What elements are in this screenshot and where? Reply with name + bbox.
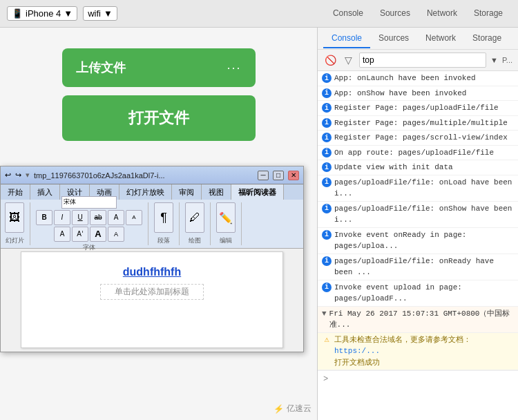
word-canvas: dudhfhfhfh 单击此处添加副标题	[21, 251, 283, 348]
word-ribbon: 开始 插入 设计 动画 幻灯片放映 审阅 视图 福昕阅读器 🖼	[1, 184, 303, 249]
strikethrough-icon[interactable]: ab	[90, 210, 106, 225]
log-entry: i pages/uploadFile/file: onLoad have bee…	[318, 175, 518, 202]
dt-tab-sources[interactable]: Sources	[370, 29, 417, 48]
log-text: App: onLaunch have been invoked	[334, 73, 514, 84]
filter-input[interactable]	[359, 52, 486, 68]
slide-icon[interactable]: 🖼	[5, 202, 24, 233]
edit-icon[interactable]: ✏️	[216, 202, 236, 233]
font-label: 字体	[83, 243, 95, 252]
log-text: pages/uploadFile/file: onShow have been …	[334, 203, 514, 226]
font-style-row: B I U ab A A	[36, 210, 142, 225]
log-text: Invoke event onReady in page: pages/uplo…	[334, 229, 514, 252]
devtools-tabs: Console Sources Network Storage	[325, 4, 511, 23]
log-text: pages/uploadFile/file: onReady have been…	[334, 256, 514, 278]
tab-sources[interactable]: Sources	[372, 4, 419, 23]
log-timestamp-text: Fri May 26 2017 15:07:31 GMT+0800（中国标准..…	[329, 308, 514, 331]
info-icon: i	[322, 283, 332, 292]
paragraph-icon[interactable]: ¶	[154, 202, 173, 233]
ribbon-tab-home[interactable]: 开始	[1, 184, 30, 200]
info-icon: i	[322, 162, 332, 172]
close-button[interactable]: ✕	[288, 171, 299, 180]
ribbon-tab-slideshow[interactable]: 幻灯片放映	[119, 184, 172, 200]
underline-icon[interactable]: U	[72, 210, 88, 225]
info-icon: i	[322, 118, 332, 128]
info-icon: i	[322, 204, 332, 213]
upload-card: 上传文件 ···	[62, 48, 256, 87]
log-entry: i pages/uploadFile/file: onShow have bee…	[318, 202, 518, 228]
word-doc-subtitle[interactable]: 单击此处添加副标题	[100, 284, 204, 300]
word-title-text: tmp_1197663701o6zAJs2aa1kaDl7-i...	[34, 171, 253, 180]
log-entry: i Register Page: pages/scroll-view/index	[318, 131, 518, 146]
log-text: Register Page: pages/multiple/multiple	[334, 117, 514, 129]
log-entry: i App: onShow have been invoked	[318, 86, 518, 102]
info-icon: i	[322, 133, 332, 142]
main-content: 上传文件 ··· 打开文件 ↩ ↪ ▾ tmp_1197663701o6zAJs…	[0, 28, 518, 420]
open-file-button[interactable]: 打开文件	[62, 95, 256, 141]
draw-icon[interactable]: 🖊	[185, 202, 204, 233]
draw-label: 绘图	[189, 236, 201, 245]
warn-link[interactable]: https:/...	[334, 347, 380, 355]
expand-icon[interactable]: ▼	[322, 308, 327, 320]
log-text: Register Page: pages/uploadFile/file	[334, 102, 514, 114]
log-entry: i Invoke event onReady in page: pages/up…	[318, 228, 518, 254]
devtools-header: Console Sources Network Storage 🚫 ▽ ▼ P.…	[318, 28, 518, 71]
font-size-small[interactable]: A	[126, 210, 142, 225]
warn-message: 工具未检查合法域名，更多请参考文档：	[334, 336, 471, 344]
undo-icon[interactable]: ↩	[5, 171, 11, 180]
para-icon-row: ¶	[154, 202, 173, 233]
wifi-chevron: ▼	[104, 8, 113, 19]
filter-extra: P...	[502, 56, 512, 64]
device-label: iPhone 4	[26, 8, 61, 19]
log-entry: i Update view with init data	[318, 160, 518, 175]
tab-network[interactable]: Network	[419, 4, 466, 23]
edit-label: 编辑	[220, 236, 232, 245]
info-icon: i	[322, 148, 332, 158]
maximize-button[interactable]: □	[273, 171, 284, 180]
redo-icon[interactable]: ↪	[15, 171, 21, 180]
upload-dots: ···	[227, 61, 241, 75]
phone-app: 上传文件 ··· 打开文件	[0, 28, 317, 155]
tab-storage[interactable]: Storage	[466, 4, 511, 23]
log-entry: i App: onLaunch have been invoked	[318, 71, 518, 86]
ribbon-tab-view[interactable]: 视图	[202, 184, 231, 200]
watermark-text: 亿速云	[287, 403, 311, 414]
info-icon: i	[322, 230, 332, 240]
word-title-sep: ▾	[26, 171, 30, 180]
ribbon-tab-insert[interactable]: 插入	[30, 184, 60, 200]
filter-icon[interactable]: ▽	[341, 53, 355, 67]
devtools-main-tabs: Console Sources Network Storage	[318, 28, 518, 50]
dt-tab-network[interactable]: Network	[417, 29, 464, 48]
ribbon-row-slide: 🖼	[5, 202, 24, 233]
font-name-combo[interactable]: 宋体	[61, 196, 117, 209]
bold-icon[interactable]: B	[36, 210, 52, 225]
wifi-selector[interactable]: wifi ▼	[83, 6, 117, 21]
word-titlebar: ↩ ↪ ▾ tmp_1197663701o6zAJs2aa1kaDl7-i...…	[1, 166, 303, 184]
font-highlight[interactable]: Aˈ	[72, 227, 88, 242]
ribbon-tab-foxit[interactable]: 福昕阅读器	[231, 184, 284, 200]
draw-icon-row: 🖊	[185, 202, 204, 233]
word-doc-title: dudhfhfhfh	[123, 266, 181, 278]
font-small-a[interactable]: A	[108, 227, 124, 242]
log-text: On app route: pages/uploadFile/file	[334, 147, 514, 159]
dt-tab-console[interactable]: Console	[323, 29, 370, 48]
font-large-a[interactable]: A	[90, 227, 106, 242]
log-entry: i Register Page: pages/multiple/multiple	[318, 116, 518, 131]
device-selector[interactable]: 📱 iPhone 4 ▼	[7, 6, 77, 21]
info-icon: i	[322, 256, 332, 266]
filter-dropdown[interactable]: ▼	[490, 56, 498, 64]
word-window: ↩ ↪ ▾ tmp_1197663701o6zAJs2aa1kaDl7-i...…	[0, 166, 304, 352]
no-entry-icon[interactable]: 🚫	[323, 53, 337, 67]
phone-icon: 📱	[12, 8, 23, 19]
watermark-icon: ⚡	[274, 404, 284, 414]
info-icon: i	[322, 103, 332, 113]
log-text: App: onShow have been invoked	[334, 88, 514, 99]
tab-console[interactable]: Console	[325, 4, 372, 23]
font-color-a[interactable]: A	[54, 227, 70, 242]
ribbon-tab-review[interactable]: 审阅	[172, 184, 202, 200]
font-size-combo[interactable]: A	[108, 210, 124, 225]
dt-tab-storage[interactable]: Storage	[464, 29, 510, 48]
minimize-button[interactable]: ─	[258, 171, 269, 180]
info-icon: i	[322, 88, 332, 98]
italic-icon[interactable]: I	[54, 210, 70, 225]
warn-line2: 打开文档成功	[334, 357, 514, 369]
